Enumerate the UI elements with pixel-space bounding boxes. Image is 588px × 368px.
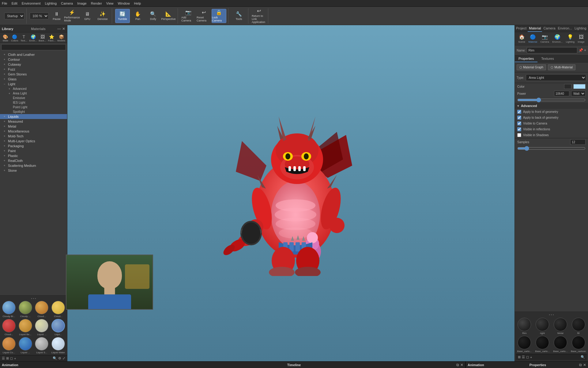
- anim-close-btn[interactable]: ✕: [460, 363, 463, 367]
- lock-camera-button[interactable]: 🔒 Lock Camera: [212, 9, 226, 23]
- anim-right-float-btn[interactable]: ⧉: [579, 363, 582, 367]
- tab-envir[interactable]: 🌍 Envir...: [29, 34, 37, 43]
- mat-new-btn[interactable]: +: [584, 48, 586, 52]
- swatch-liquid-blue[interactable]: Liqui...: [51, 319, 66, 336]
- tab-back[interactable]: 🖼 Back...: [38, 34, 47, 43]
- swatch-liquid-be[interactable]: Liquid Be...: [18, 319, 33, 336]
- swatch-tool-btn1[interactable]: ☰: [2, 356, 5, 360]
- menu-edit[interactable]: Edit: [12, 2, 17, 5]
- apply-back-checkbox[interactable]: [517, 116, 521, 120]
- menu-help[interactable]: Help: [134, 2, 141, 5]
- tools-button[interactable]: 🔧 Tools: [232, 9, 246, 23]
- swatch-tool-expand[interactable]: ⤢: [62, 356, 65, 360]
- mat-type-select[interactable]: Area Light: [526, 74, 586, 81]
- tree-gem-stones[interactable]: +Gem Stones: [0, 72, 67, 77]
- tree-multi-layer-optics[interactable]: +Multi-Layer Optics: [0, 139, 67, 144]
- swatch-liquid-dark[interactable]: Liquid ...: [18, 337, 33, 354]
- swatch-tool-btn3[interactable]: ◻: [10, 356, 13, 360]
- tab-material[interactable]: Material: [528, 25, 542, 32]
- return-application-button[interactable]: ↩ Return to Link Application: [251, 9, 266, 23]
- tree-measured[interactable]: +Measured: [0, 119, 67, 124]
- color-preview[interactable]: [573, 84, 586, 89]
- samples-slider[interactable]: [517, 147, 586, 150]
- power-unit-select[interactable]: Watt: [571, 91, 586, 96]
- swatch-liquid-s[interactable]: Liquid S...: [34, 337, 50, 354]
- menu-window[interactable]: Window: [118, 2, 130, 5]
- tree-paint[interactable]: +Paint: [0, 148, 67, 153]
- performance-mode-button[interactable]: ⚡ Performance Mode: [65, 9, 79, 23]
- right-swatch-list-btn[interactable]: ☰: [522, 355, 525, 359]
- tree-mold-tech[interactable]: +Mold-Tech: [0, 134, 67, 139]
- menu-render[interactable]: Render: [91, 2, 102, 5]
- search-input[interactable]: [1, 44, 66, 50]
- tree-stone[interactable]: +Stone: [0, 168, 67, 173]
- swatch-tool-search[interactable]: 🔍: [53, 356, 57, 360]
- mat-scene-btn[interactable]: 🏠 Scene: [518, 34, 525, 43]
- right-swatch-search-btn[interactable]: 🔍: [581, 355, 585, 359]
- apply-front-checkbox[interactable]: [517, 110, 521, 114]
- mat-environ-btn[interactable]: 🌍 Environ...: [552, 34, 563, 43]
- tree-metal[interactable]: +Metal: [0, 124, 67, 129]
- tree-spotlight[interactable]: Spotlight: [0, 109, 67, 114]
- library-minimize-btn[interactable]: —: [57, 27, 61, 31]
- tree-glass[interactable]: +Glass: [0, 77, 67, 82]
- right-swatch-add-btn[interactable]: +: [530, 355, 532, 359]
- right-swatch-base-carto-2[interactable]: Base_carto...: [534, 336, 551, 353]
- visible-reflections-checkbox[interactable]: [517, 127, 521, 131]
- advanced-header[interactable]: ▼ Advanced: [515, 103, 588, 109]
- right-swatch-grid-btn[interactable]: ⊞: [518, 355, 521, 359]
- power-input[interactable]: [554, 91, 569, 96]
- pause-button[interactable]: ⏸ Pause: [49, 9, 64, 23]
- tab-lighting-top[interactable]: Lighting: [573, 25, 588, 32]
- mat-pin-btn[interactable]: 📌: [579, 48, 583, 52]
- menu-camera[interactable]: Camera: [61, 2, 73, 5]
- right-swatch-right[interactable]: right: [534, 318, 551, 335]
- tab-camera-top[interactable]: Camera: [542, 25, 556, 32]
- mat-lighting-btn[interactable]: 💡 Lighting: [566, 34, 575, 43]
- tab-models[interactable]: 📦 Models: [57, 34, 66, 43]
- menu-environment[interactable]: Environment: [22, 2, 41, 5]
- tab-project[interactable]: Project: [515, 25, 528, 32]
- mat-image-btn[interactable]: 🖼 Image: [578, 34, 584, 43]
- tree-packaging[interactable]: +Packaging: [0, 144, 67, 148]
- mat-material-btn[interactable]: 🔵 Material: [529, 34, 537, 43]
- power-slider[interactable]: [517, 98, 586, 102]
- mat-camera-btn[interactable]: 📷 Camera: [541, 34, 549, 43]
- tab-mate[interactable]: 🎨 Mate: [1, 34, 10, 43]
- mat-name-input[interactable]: [527, 47, 577, 53]
- tree-ies-light[interactable]: IES Light: [0, 100, 67, 105]
- visible-camera-checkbox[interactable]: [517, 121, 521, 125]
- menu-view[interactable]: View: [106, 2, 114, 5]
- tree-scattering-medium[interactable]: +Scattering Medium: [0, 163, 67, 168]
- right-swatch-base-cartoon[interactable]: Base_cartoon: [570, 336, 587, 353]
- tab-text[interactable]: T Text...: [20, 34, 28, 43]
- tree-area-light[interactable]: +Area Light: [0, 91, 67, 96]
- tab-colors[interactable]: 🔵 Colors: [10, 34, 19, 43]
- tree-advanced[interactable]: +Advanced: [0, 86, 67, 91]
- tree-point-light[interactable]: Point Light: [0, 105, 67, 109]
- add-camera-button[interactable]: 📷 Add Camera: [181, 9, 196, 23]
- tree-realcloth[interactable]: +RealCloth: [0, 158, 67, 163]
- multi-material-btn[interactable]: ⬡ Multi-Material: [548, 64, 575, 70]
- menu-lighting[interactable]: Lighting: [45, 2, 57, 5]
- tree-fuzz[interactable]: +Fuzz: [0, 67, 67, 72]
- right-swatch-base-carto-1[interactable]: Base_carto...: [516, 336, 533, 353]
- visible-shadows-checkbox[interactable]: [517, 133, 521, 137]
- library-close-btn[interactable]: ✕: [62, 27, 65, 31]
- tree-contour[interactable]: +Contour: [0, 57, 67, 62]
- swatch-cloudy-yellow[interactable]: Cloud...: [51, 301, 66, 318]
- anim-right-close-btn[interactable]: ✕: [583, 363, 586, 367]
- perspective-button[interactable]: 📐 Perspective: [161, 9, 176, 23]
- tree-plastic[interactable]: +Plastic: [0, 153, 67, 158]
- right-swatch-base-carto-3[interactable]: Base_carto...: [552, 336, 569, 353]
- reset-camera-button[interactable]: ↩ Reset Camera: [196, 9, 211, 23]
- tab-favo[interactable]: ⭐ Favo...: [47, 34, 56, 43]
- swatch-tool-settings[interactable]: ⚙: [58, 356, 61, 360]
- right-swatch-single-btn[interactable]: ◻: [526, 355, 529, 359]
- tree-cutaway[interactable]: +Cutaway: [0, 62, 67, 67]
- menu-image[interactable]: Image: [77, 2, 87, 5]
- denoise-button[interactable]: ✨ Denoise: [95, 9, 110, 23]
- tab-environ-top[interactable]: Environ...: [557, 25, 573, 32]
- swatch-cloudy-red[interactable]: Cloud...: [1, 319, 17, 336]
- swatch-cloudy-blue[interactable]: Cloudy Bl...: [1, 301, 17, 318]
